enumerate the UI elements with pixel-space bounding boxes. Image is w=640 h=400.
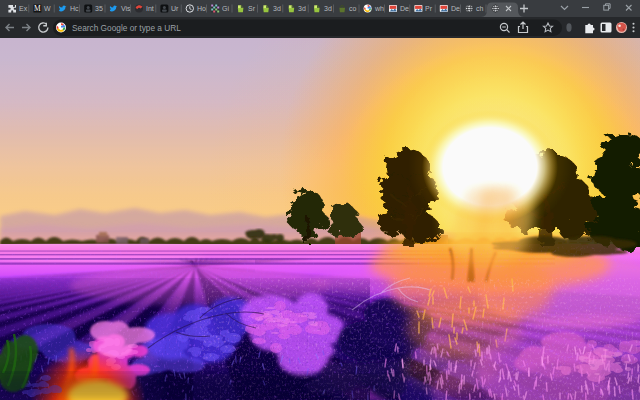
svg-text:3d: 3d [273,5,281,12]
svg-text:Int: Int [146,5,154,12]
svg-text:De: De [400,5,409,12]
svg-text:wh: wh [374,5,384,12]
svg-text:Search Google or type a URL: Search Google or type a URL [72,23,181,33]
svg-text:3d: 3d [298,5,306,12]
svg-text:co: co [349,5,357,12]
svg-text:Ex: Ex [19,5,28,12]
svg-text:Vis: Vis [121,5,131,12]
svg-text:Ho: Ho [197,5,206,12]
svg-text:Gi: Gi [222,5,229,12]
svg-text:Hc: Hc [70,5,79,12]
svg-text:De: De [451,5,460,12]
svg-text:Ur: Ur [171,5,179,12]
svg-text:W: W [44,5,51,12]
svg-text:35: 35 [95,5,103,12]
svg-text:Pr: Pr [425,5,433,12]
svg-text:3d: 3d [324,5,332,12]
svg-text:ch: ch [476,5,484,12]
svg-text:M: M [34,4,41,13]
svg-text:Sr: Sr [248,5,256,12]
